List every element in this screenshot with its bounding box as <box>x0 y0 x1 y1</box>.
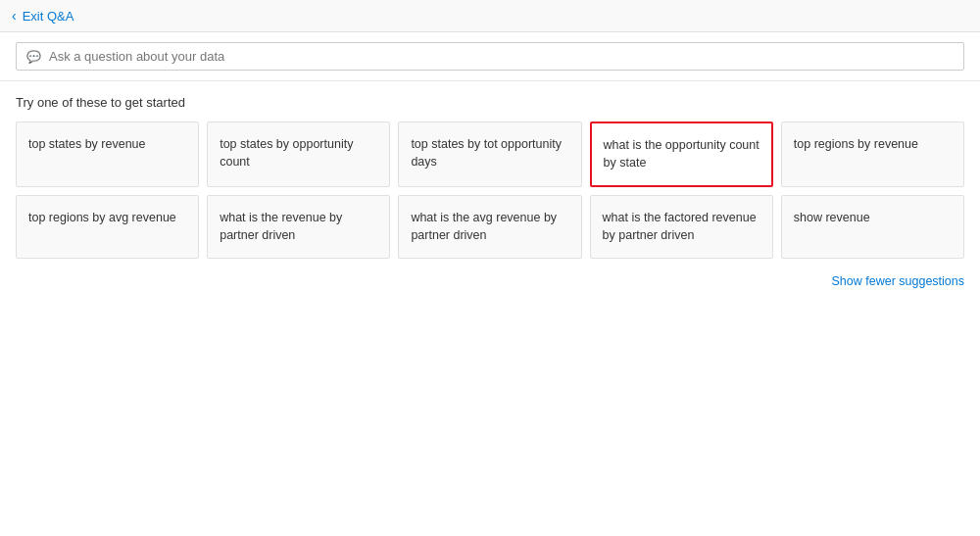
chat-icon: 💬 <box>26 50 41 64</box>
suggestion-top-states-revenue[interactable]: top states by revenue <box>16 122 199 187</box>
main-content: Try one of these to get started top stat… <box>0 81 980 302</box>
suggestion-what-opp-count-state[interactable]: what is the opportunity count by state <box>590 122 773 187</box>
suggestion-show-revenue[interactable]: show revenue <box>781 195 964 259</box>
show-fewer-button[interactable]: Show fewer suggestions <box>832 274 965 288</box>
top-bar: ‹ Exit Q&A <box>0 0 980 32</box>
suggestion-avg-revenue-partner-driven[interactable]: what is the avg revenue by partner drive… <box>398 195 581 259</box>
suggestion-top-regions-avg-revenue[interactable]: top regions by avg revenue <box>16 195 199 259</box>
exit-label: Exit Q&A <box>23 9 74 24</box>
show-fewer-container: Show fewer suggestions <box>16 274 964 288</box>
get-started-label: Try one of these to get started <box>16 95 964 110</box>
suggestion-top-states-opp-count[interactable]: top states by opportunity count <box>207 122 390 187</box>
suggestion-top-states-opp-days[interactable]: top states by tot opportunity days <box>398 122 581 187</box>
exit-qna-button[interactable]: ‹ Exit Q&A <box>12 8 74 24</box>
suggestion-revenue-partner-driven[interactable]: what is the revenue by partner driven <box>207 195 390 259</box>
chevron-left-icon: ‹ <box>12 8 17 24</box>
search-bar-container: 💬 <box>0 32 980 81</box>
suggestion-factored-revenue-partner-driven[interactable]: what is the factored revenue by partner … <box>590 195 773 259</box>
suggestions-grid: top states by revenue top states by oppo… <box>16 122 964 259</box>
search-bar[interactable]: 💬 <box>16 42 964 71</box>
suggestion-top-regions-revenue[interactable]: top regions by revenue <box>781 122 964 187</box>
search-input[interactable] <box>49 49 954 64</box>
